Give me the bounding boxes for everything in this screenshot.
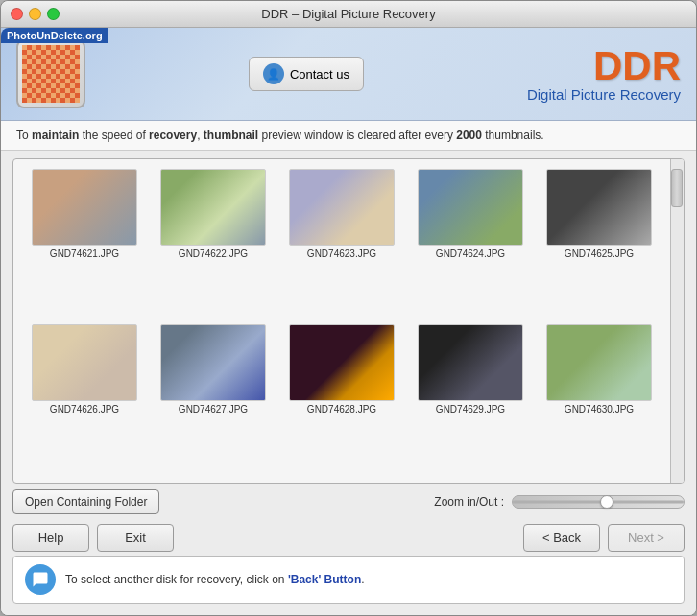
button-row: Help Exit < Back Next > (12, 520, 685, 556)
back-button[interactable]: < Back (523, 524, 600, 552)
thumbnail-filename: GND74621.JPG (50, 249, 119, 259)
zoom-slider[interactable] (512, 495, 685, 509)
list-item[interactable]: GND74624.JPG (409, 169, 532, 319)
thumbnail-grid: GND74621.JPG GND74622.JPG GND74623.JPG G… (13, 159, 670, 483)
thumbnail-image (160, 169, 266, 246)
thumbnail-image (418, 169, 523, 246)
thumbnail-panel: GND74621.JPG GND74622.JPG GND74623.JPG G… (12, 158, 685, 484)
thumbnail-filename: GND74623.JPG (307, 249, 376, 259)
thumbnail-image (160, 324, 266, 401)
help-button[interactable]: Help (12, 524, 89, 552)
thumbnail-filename: GND74627.JPG (179, 404, 248, 415)
maximize-button[interactable] (47, 8, 60, 20)
contact-label: Contact us (290, 67, 349, 82)
open-folder-button[interactable]: Open Containing Folder (12, 489, 159, 514)
status-message: To select another disk for recovery, cli… (65, 573, 365, 586)
list-item[interactable]: GND74628.JPG (280, 324, 403, 474)
ddr-subtitle: Digital Picture Recovery (527, 86, 681, 103)
list-item[interactable]: GND74623.JPG (280, 169, 403, 319)
thumbnail-image (289, 169, 395, 246)
left-buttons: Help Exit (12, 524, 174, 552)
toolbar-row: Open Containing Folder Zoom in/Out : (12, 484, 685, 520)
contact-button[interactable]: 👤 Contact us (249, 57, 364, 91)
list-item[interactable]: GND74627.JPG (152, 324, 275, 474)
thumbnail-filename: GND74624.JPG (436, 249, 505, 259)
brand-bar: PhotoUnDelete.org 👤 Contact us DDR Digit… (1, 28, 696, 121)
scrollbar[interactable] (670, 159, 684, 483)
thumbnail-filename: GND74628.JPG (307, 404, 376, 415)
next-button[interactable]: Next > (608, 524, 685, 552)
app-window: DDR – Digital Picture Recovery PhotoUnDe… (0, 0, 697, 616)
status-chat-icon (25, 564, 56, 595)
list-item[interactable]: GND74621.JPG (23, 169, 146, 319)
info-message: To maintain the speed of recovery, thumb… (16, 129, 544, 142)
app-logo (16, 39, 85, 108)
list-item[interactable]: GND74622.JPG (152, 169, 275, 319)
zoom-slider-track (513, 501, 684, 504)
right-buttons: < Back Next > (523, 524, 685, 552)
thumbnail-filename: GND74626.JPG (50, 404, 119, 415)
scrollbar-thumb[interactable] (671, 169, 683, 207)
info-bar: To maintain the speed of recovery, thumb… (1, 121, 696, 151)
window-controls (11, 8, 60, 20)
thumbnail-filename: GND74622.JPG (179, 249, 248, 259)
thumbnail-image (546, 169, 652, 246)
list-item[interactable]: GND74626.JPG (23, 324, 146, 474)
ddr-title: DDR (527, 46, 681, 86)
list-item[interactable]: GND74625.JPG (538, 169, 661, 319)
status-bar: To select another disk for recovery, cli… (12, 556, 685, 604)
thumbnail-filename: GND74630.JPG (565, 404, 634, 415)
list-item[interactable]: GND74630.JPG (538, 324, 661, 474)
thumbnail-image (546, 324, 652, 401)
contact-person-icon: 👤 (263, 63, 284, 84)
thumbnail-filename: GND74629.JPG (436, 404, 505, 415)
ddr-branding: DDR Digital Picture Recovery (527, 46, 681, 103)
thumbnail-image (418, 324, 523, 401)
watermark-link[interactable]: PhotoUnDelete.org (1, 28, 108, 43)
list-item[interactable]: GND74629.JPG (409, 324, 532, 474)
thumbnail-image (289, 324, 395, 401)
zoom-label: Zoom in/Out : (434, 495, 504, 509)
chat-bubble-icon (32, 571, 49, 588)
main-content: GND74621.JPG GND74622.JPG GND74623.JPG G… (1, 151, 696, 615)
logo-checker-icon (22, 45, 80, 103)
titlebar: DDR – Digital Picture Recovery (1, 1, 696, 28)
thumbnail-image (32, 169, 137, 246)
scrollbar-track (671, 159, 684, 483)
zoom-container: Zoom in/Out : (434, 495, 685, 509)
thumbnail-image (32, 324, 137, 401)
close-button[interactable] (11, 8, 23, 20)
window-title: DDR – Digital Picture Recovery (261, 7, 435, 21)
exit-button[interactable]: Exit (97, 524, 174, 552)
thumbnail-filename: GND74625.JPG (565, 249, 634, 259)
minimize-button[interactable] (29, 8, 41, 20)
zoom-slider-thumb[interactable] (600, 495, 613, 509)
